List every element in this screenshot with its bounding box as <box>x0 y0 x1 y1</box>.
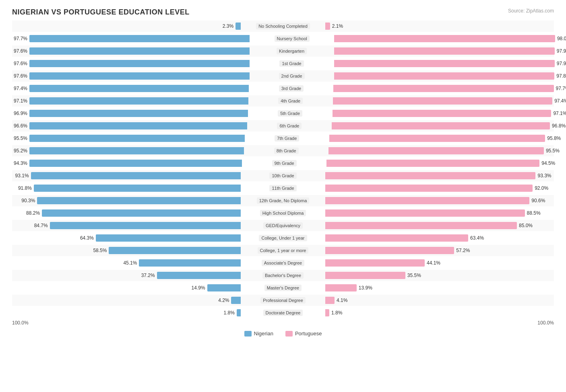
left-value: 93.1% <box>14 173 29 179</box>
right-value: 35.5% <box>407 273 423 278</box>
right-bar-container: 4.1% <box>325 295 554 306</box>
right-value: 95.8% <box>547 135 562 141</box>
right-bar-container: 13.9% <box>325 282 554 293</box>
left-bar-container: 84.7% <box>12 220 241 231</box>
right-value: 97.8% <box>556 73 566 79</box>
right-bar-container: 95.5% <box>328 145 561 156</box>
left-bar <box>42 209 241 217</box>
left-value: 2.3% <box>218 23 233 29</box>
right-bar-container: 97.7% <box>333 83 566 94</box>
right-bar <box>326 160 539 167</box>
left-value: 96.9% <box>12 111 27 116</box>
table-row: 95.2% 8th Grade 95.5% <box>12 145 554 156</box>
left-bar-container: 1.8% <box>12 307 241 318</box>
right-bar-container: 35.5% <box>325 270 554 281</box>
right-value: 93.3% <box>537 173 553 179</box>
bar-label: Bachelor's Degree <box>241 272 325 279</box>
bar-label: 4th Grade <box>248 98 333 104</box>
left-bar <box>96 234 241 242</box>
right-bar-container: 63.4% <box>325 232 554 244</box>
left-bar-container: 97.6% <box>12 58 250 69</box>
left-bar-container: 97.6% <box>12 45 250 57</box>
bar-label: Master's Degree <box>241 285 325 291</box>
left-bar-container: 64.3% <box>12 232 241 244</box>
left-bar-container: 97.1% <box>12 95 248 107</box>
left-value: 64.3% <box>78 235 94 241</box>
table-row: 96.6% 6th Grade 96.8% <box>12 120 554 131</box>
left-bar-container: 93.1% <box>12 170 241 181</box>
left-bar <box>29 72 250 80</box>
table-row: 95.5% 7th Grade 95.8% <box>12 133 554 144</box>
left-value: 4.2% <box>214 298 229 303</box>
right-bar <box>325 259 425 267</box>
right-bar <box>325 234 468 242</box>
left-bar <box>207 284 241 291</box>
left-value: 97.6% <box>12 73 27 79</box>
right-value: 95.5% <box>546 148 561 154</box>
left-bar-container: 97.4% <box>12 83 249 94</box>
table-row: 91.8% 11th Grade 92.0% <box>12 183 554 194</box>
table-row: 2.3% No Schooling Completed 2.1% <box>12 21 554 32</box>
portuguese-label: Portuguese <box>295 330 322 337</box>
right-value: 85.0% <box>519 223 534 228</box>
left-bar-container: 95.2% <box>12 145 244 156</box>
table-row: 97.7% Nursery School 98.0% <box>12 33 554 44</box>
left-bar <box>29 97 248 105</box>
right-value: 4.1% <box>337 298 352 303</box>
right-bar <box>325 172 535 179</box>
right-bar-container: 90.6% <box>325 195 554 206</box>
chart-container: NIGERIAN VS PORTUGUESE EDUCATION LEVEL S… <box>0 0 566 392</box>
bar-label: 8th Grade <box>244 148 328 154</box>
right-bar <box>332 122 550 129</box>
legend-nigerian: Nigerian <box>244 330 273 337</box>
left-value: 91.8% <box>17 185 32 191</box>
right-bar-container: 97.9% <box>334 45 566 57</box>
bottom-right-label: 100.0% <box>537 320 554 326</box>
nigerian-swatch <box>244 331 252 337</box>
bar-label: No Schooling Completed <box>241 23 325 29</box>
right-bar <box>325 272 405 279</box>
left-value: 37.2% <box>140 273 155 278</box>
left-bar <box>31 172 241 179</box>
table-row: 96.9% 5th Grade 97.1% <box>12 108 554 119</box>
bar-label: Kindergarten <box>250 48 334 54</box>
table-row: 84.7% GED/Equivalency 85.0% <box>12 220 554 231</box>
right-value: 92.0% <box>535 185 550 191</box>
left-bar-container: 97.7% <box>12 33 250 44</box>
right-value: 44.1% <box>427 260 442 266</box>
left-bar <box>29 160 242 167</box>
right-bar <box>325 309 329 316</box>
right-bar <box>325 284 357 291</box>
chart-title: NIGERIAN VS PORTUGUESE EDUCATION LEVEL <box>12 8 554 16</box>
right-value: 2.1% <box>332 23 347 29</box>
right-value: 98.0% <box>557 36 566 41</box>
bar-label: 6th Grade <box>247 123 332 129</box>
left-value: 95.5% <box>12 135 27 141</box>
left-value: 97.1% <box>12 98 27 104</box>
table-row: 90.3% 12th Grade, No Diploma 90.6% <box>12 195 554 206</box>
right-bar <box>334 72 555 80</box>
left-bar-container: 88.2% <box>12 207 241 219</box>
left-bar <box>50 222 241 229</box>
left-value: 97.7% <box>12 36 27 41</box>
table-row: 97.6% 2nd Grade 97.8% <box>12 70 554 82</box>
right-bar <box>325 23 330 30</box>
right-value: 97.7% <box>556 86 566 91</box>
right-bar <box>328 147 544 154</box>
bar-label: 10th Grade <box>241 172 325 179</box>
chart-area: 2.3% No Schooling Completed 2.1% 97.7% N… <box>12 21 554 318</box>
right-bar-container: 57.2% <box>325 245 554 256</box>
left-bar <box>29 147 244 154</box>
left-bar-container: 90.3% <box>12 195 241 206</box>
bar-label: 11th Grade <box>241 185 325 191</box>
left-value: 88.2% <box>25 210 40 216</box>
left-bar <box>109 247 241 254</box>
left-bar-container: 97.6% <box>12 70 250 82</box>
bar-label: 3rd Grade <box>249 85 333 92</box>
table-row: 93.1% 10th Grade 93.3% <box>12 170 554 181</box>
left-value: 14.9% <box>190 285 205 291</box>
right-bar-container: 95.8% <box>329 133 562 144</box>
right-bar <box>333 85 554 92</box>
bottom-left-label: 100.0% <box>12 320 29 326</box>
right-bar-container: 93.3% <box>325 170 554 181</box>
